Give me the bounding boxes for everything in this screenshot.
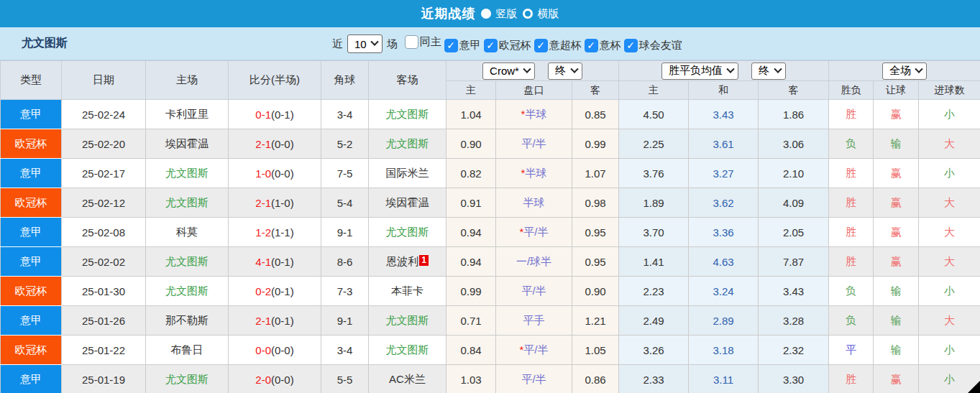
cell-corners: 8-6: [321, 247, 369, 277]
recent-count-value: 10: [354, 38, 367, 50]
chevron-down-icon: [915, 65, 922, 73]
cell-home-team: 尤文图斯: [146, 159, 229, 188]
cell-avg-draw: 3.43: [689, 100, 759, 129]
cell-home-team: 科莫: [146, 218, 229, 247]
col-header-type: 类型: [1, 61, 62, 100]
odds-company-select[interactable]: Crow*: [482, 63, 535, 80]
checkbox-1[interactable]: ✓: [444, 39, 458, 52]
cell-odds-away: 0.85: [572, 100, 619, 129]
cell-type: 欧冠杯: [1, 129, 62, 159]
cell-away-team: 埃因霍温: [369, 188, 447, 218]
radio-horizontal-layout[interactable]: [523, 9, 533, 19]
cell-avg-draw: 3.61: [689, 129, 759, 159]
title-bar: 近期战绩 竖版 横版: [0, 0, 980, 27]
cell-corners: 9-1: [321, 218, 369, 247]
cell-goals: 小: [919, 336, 980, 365]
filter-checkbox-list: 同主✓意甲✓欧冠杯✓意超杯✓意杯✓球会友谊: [402, 35, 682, 52]
scope-value: 全场: [889, 64, 911, 78]
cell-odds-away: 0.86: [572, 365, 619, 393]
cell-goals: 大: [919, 188, 980, 218]
cell-avg-home: 4.50: [619, 100, 689, 129]
cell-away-team: 尤文图斯: [369, 336, 447, 365]
avg-group-header: 胜平负均值 终: [619, 61, 829, 81]
cell-away-team: 尤文图斯: [369, 129, 447, 159]
cell-avg-home: 2.49: [619, 306, 689, 336]
checkbox-label[interactable]: 意超杯: [549, 39, 582, 52]
away-team-badge: 1: [419, 255, 429, 266]
cell-odds-away: 0.99: [572, 129, 619, 159]
checkbox-4[interactable]: ✓: [585, 39, 598, 52]
page-title: 近期战绩: [421, 5, 476, 22]
cell-goals: 大: [919, 129, 980, 159]
checkbox-label[interactable]: 欧冠杯: [499, 39, 531, 52]
cell-score: 2-0(0-0): [229, 365, 321, 393]
cell-home-team: 布鲁日: [146, 336, 229, 365]
odds-time-select[interactable]: 终: [548, 63, 582, 80]
cell-type: 欧冠杯: [1, 336, 62, 365]
cell-avg-away: 7.87: [759, 247, 829, 277]
checkbox-5[interactable]: ✓: [624, 39, 638, 52]
cell-handicap: 平/半: [496, 277, 572, 306]
filter-checkbox-item: ✓意甲: [444, 39, 481, 52]
cell-odds-away: 0.95: [572, 247, 619, 277]
radio-horizontal-label[interactable]: 横版: [538, 7, 559, 21]
cell-handicap: *半球: [496, 100, 572, 129]
checkbox-label[interactable]: 意杯: [600, 39, 621, 52]
cell-away-team: 尤文图斯: [369, 218, 447, 247]
col-header-corner: 角球: [321, 61, 369, 100]
cell-score: 0-0(0-0): [229, 336, 321, 365]
cell-odds-away: 1.05: [572, 336, 619, 365]
cell-avg-home: 2.25: [619, 129, 689, 159]
checkbox-label[interactable]: 同主: [420, 35, 441, 49]
cell-avg-away: 2.32: [759, 336, 829, 365]
avg-time-select[interactable]: 终: [751, 63, 786, 80]
cell-date: 25-01-19: [62, 365, 146, 393]
avg-time-value: 终: [759, 64, 769, 78]
table-row: 意甲25-02-02尤文图斯4-1(0-1)8-6恩波利10.94一/球半0.9…: [1, 247, 980, 277]
cell-home-team: 卡利亚里: [146, 100, 229, 129]
checkbox-label[interactable]: 意甲: [459, 39, 481, 52]
resize-corner-handle[interactable]: [968, 381, 980, 393]
odds-group-header: Crow* 终: [447, 61, 619, 81]
chevron-down-icon: [370, 38, 378, 46]
filter-controls: 近 10 场 同主✓意甲✓欧冠杯✓意超杯✓意杯✓球会友谊: [332, 27, 682, 60]
cell-score: 2-1(1-0): [229, 188, 321, 218]
cell-score: 4-1(0-1): [229, 247, 321, 277]
cell-odds-home: 0.91: [447, 188, 496, 218]
cell-handicap: 平/半: [496, 129, 572, 159]
cell-handicap-result: 输: [874, 277, 919, 306]
checkbox-label[interactable]: 球会友谊: [639, 39, 682, 52]
checkbox-2[interactable]: ✓: [484, 39, 498, 52]
checkbox-0[interactable]: [405, 35, 418, 49]
cell-result: 胜: [829, 100, 874, 129]
recent-label: 近: [332, 37, 343, 51]
radio-vertical-label[interactable]: 竖版: [496, 7, 518, 21]
scope-select[interactable]: 全场: [882, 63, 927, 80]
cell-handicap: 平/半: [496, 365, 572, 393]
cell-handicap: 半球: [496, 188, 572, 218]
checkbox-3[interactable]: ✓: [534, 39, 548, 52]
cell-score: 2-1(0-0): [229, 129, 321, 159]
table-row: 意甲25-01-19尤文图斯2-0(0-0)5-5AC米兰1.03平/半0.86…: [1, 365, 980, 393]
matches-label: 场: [387, 37, 398, 51]
cell-corners: 9-1: [321, 306, 369, 336]
cell-home-team: 尤文图斯: [146, 365, 229, 393]
cell-avg-draw: 3.62: [689, 188, 759, 218]
recent-count-select[interactable]: 10: [347, 34, 383, 53]
cell-date: 25-01-22: [62, 336, 146, 365]
sub-header-avg-away: 客: [759, 81, 829, 100]
cell-home-team: 尤文图斯: [146, 188, 229, 218]
filter-checkbox-item: ✓意超杯: [534, 39, 582, 52]
cell-handicap-result: 赢: [874, 365, 919, 393]
cell-handicap: 平手: [496, 306, 572, 336]
avg-type-select[interactable]: 胜平负均值: [661, 63, 738, 80]
radio-vertical-layout[interactable]: [481, 9, 491, 19]
cell-handicap-result: 输: [874, 306, 919, 336]
cell-goals: 小: [919, 100, 980, 129]
cell-date: 25-02-12: [62, 188, 146, 218]
cell-away-team: 国际米兰: [369, 159, 447, 188]
table-row: 意甲25-01-26那不勒斯2-1(0-1)9-1尤文图斯0.71平手1.212…: [1, 306, 980, 336]
cell-corners: 5-2: [321, 129, 369, 159]
cell-home-team: 尤文图斯: [146, 247, 229, 277]
sub-header-result: 胜负: [829, 81, 874, 100]
